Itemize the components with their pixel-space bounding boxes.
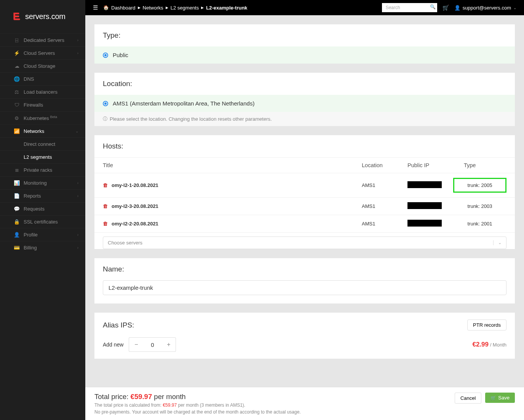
- location-header: Location:: [94, 73, 515, 95]
- col-type: Type: [453, 162, 506, 168]
- alias-panel: Alias IPS: PTR records Add new − 0 + €2.…: [94, 313, 515, 359]
- sidebar-item-cloud-storage[interactable]: ☁Cloud Storage: [0, 59, 85, 72]
- user-menu[interactable]: 👤 support@servers.com ⌄: [454, 5, 516, 11]
- sidebar-item-profile[interactable]: 👤Profile›: [0, 228, 85, 241]
- table-row: 🗑omy-l2-1-20.08.2021AMS1trunk: 2005: [94, 173, 515, 198]
- sidebar-subitem-l2-segments[interactable]: L2 segments: [0, 150, 85, 163]
- alias-header: Alias IPS:: [103, 321, 467, 329]
- home-icon[interactable]: 🏠: [103, 5, 109, 10]
- user-email: support@servers.com: [463, 5, 511, 11]
- col-location: Location: [362, 162, 407, 168]
- sidebar-item-label: Billing: [24, 245, 77, 251]
- name-input[interactable]: [103, 280, 506, 295]
- menu-toggle-icon[interactable]: ☰: [93, 4, 98, 11]
- table-row: 🗑omy-l2-2-20.08.2021AMS1trunk: 2001: [94, 215, 515, 233]
- save-button[interactable]: 🛒 Save: [485, 393, 515, 403]
- hosts-table-head: Title Location Public IP Type: [94, 157, 515, 173]
- sidebar-item-networks[interactable]: 📶Networks⌄: [0, 125, 85, 137]
- radio-selected-icon: [103, 53, 108, 58]
- host-type: trunk: 2005: [453, 178, 506, 193]
- billing-note: No pre-payments. Your account will be ch…: [94, 409, 455, 415]
- host-title[interactable]: omy-l2-3-20.08.2021: [112, 203, 158, 209]
- stepper-plus-button[interactable]: +: [161, 337, 176, 352]
- host-type: trunk: 2003: [453, 203, 506, 209]
- cart-icon[interactable]: 🛒: [443, 5, 449, 11]
- sidebar: servers.com ⌸Dedicated Servers›⚡Cloud Se…: [0, 0, 85, 420]
- sidebar-item-label: Firewalls: [24, 102, 78, 108]
- location-option-label: AMS1 (Amsterdam Metropolitan Area, The N…: [113, 100, 254, 107]
- search-input[interactable]: [382, 3, 437, 12]
- breadcrumb-item[interactable]: Networks: [143, 5, 163, 11]
- chevron-right-icon: ›: [77, 51, 78, 55]
- sidebar-item-reports[interactable]: 📄Reports›: [0, 189, 85, 202]
- total-price: Total price: €59.97 per month: [94, 393, 455, 401]
- list-icon: ≣: [14, 167, 20, 173]
- type-header: Type:: [94, 24, 515, 46]
- breadcrumb-item[interactable]: L2 segments: [171, 5, 199, 11]
- cancel-button[interactable]: Cancel: [455, 393, 481, 404]
- sidebar-item-kubernetes[interactable]: ⚙KubernetesBeta: [0, 111, 85, 125]
- sidebar-item-dedicated-servers[interactable]: ⌸Dedicated Servers›: [0, 34, 85, 46]
- chevron-right-icon: ›: [77, 38, 78, 42]
- host-title[interactable]: omy-l2-1-20.08.2021: [112, 182, 158, 188]
- bolt-icon: ⚡: [14, 50, 20, 56]
- file-icon: 📄: [14, 193, 20, 199]
- sidebar-subitem-direct-connect[interactable]: Direct connect: [0, 137, 85, 150]
- host-location: AMS1: [362, 221, 407, 227]
- sidebar-item-firewalls[interactable]: 🛡Firewalls: [0, 98, 85, 111]
- redacted-ip: [407, 202, 442, 209]
- stepper-minus-button[interactable]: −: [129, 337, 143, 352]
- location-option-ams1[interactable]: AMS1 (Amsterdam Metropolitan Area, The N…: [94, 95, 515, 112]
- sidebar-item-requests[interactable]: 💬Requests: [0, 202, 85, 215]
- sidebar-item-ssl-certificates[interactable]: 🔒SSL certificates: [0, 215, 85, 228]
- cloud-icon: ☁: [14, 63, 20, 69]
- sidebar-item-label: Monitoring: [24, 180, 77, 186]
- sidebar-item-label: Requests: [24, 206, 78, 212]
- sidebar-item-label: Profile: [24, 232, 77, 238]
- sidebar-item-billing[interactable]: 💳Billing›: [0, 241, 85, 254]
- content: Type: Public Location: AMS1 (Amsterdam M…: [85, 15, 524, 387]
- host-type: trunk: 2001: [453, 221, 506, 227]
- breadcrumb-item[interactable]: Dashboard: [111, 5, 136, 11]
- sidebar-item-label: Load balancers: [24, 89, 78, 95]
- breadcrumb-separator-icon: ▶: [138, 6, 141, 10]
- sidebar-item-dns[interactable]: 🌐DNS: [0, 72, 85, 85]
- choose-servers-placeholder: Choose servers: [108, 240, 142, 246]
- host-title[interactable]: omy-l2-2-20.08.2021: [112, 221, 158, 227]
- ptr-records-button[interactable]: PTR records: [467, 319, 506, 331]
- brand-name: servers.com: [25, 12, 66, 21]
- hosts-header: Hosts:: [94, 135, 515, 157]
- save-label: Save: [498, 395, 510, 401]
- trash-icon[interactable]: 🗑: [103, 203, 108, 209]
- type-option-public[interactable]: Public: [94, 46, 515, 64]
- type-panel: Type: Public: [94, 24, 515, 64]
- cog-icon: ⚙: [14, 115, 20, 121]
- breadcrumb-item: L2-example-trunk: [206, 5, 247, 11]
- user-icon: 👤: [14, 232, 20, 238]
- trash-icon[interactable]: 🗑: [103, 221, 108, 227]
- host-location: AMS1: [362, 182, 407, 188]
- host-public-ip: [407, 202, 453, 210]
- topbar: ☰ 🏠Dashboard▶Networks▶L2 segments▶L2-exa…: [85, 0, 524, 15]
- sidebar-item-label: Reports: [24, 193, 77, 199]
- sidebar-item-private-racks[interactable]: ≣Private racks: [0, 163, 85, 176]
- table-row: 🗑omy-l2-3-20.08.2021AMS1trunk: 2003: [94, 198, 515, 215]
- location-info: ⓘ Please select the location. Changing t…: [94, 112, 515, 126]
- sidebar-item-label: SSL certificates: [24, 219, 78, 225]
- choose-servers-select[interactable]: Choose servers ⌄: [103, 236, 506, 249]
- breadcrumb-separator-icon: ▶: [201, 6, 204, 10]
- sidebar-item-monitoring[interactable]: 📊Monitoring›: [0, 176, 85, 189]
- info-icon: ⓘ: [103, 116, 107, 122]
- total-breakdown: The total price is calculated from: €59.…: [94, 402, 455, 408]
- sidebar-item-load-balancers[interactable]: ⚖Load balancers: [0, 85, 85, 98]
- sidebar-item-label: Networks: [24, 128, 75, 134]
- search-icon[interactable]: 🔍: [430, 4, 436, 10]
- alias-price: €2.99 / Month: [472, 341, 506, 348]
- col-title: Title: [103, 162, 362, 168]
- trash-icon[interactable]: 🗑: [103, 182, 108, 188]
- alias-quantity-stepper: − 0 +: [129, 337, 176, 352]
- sidebar-item-label: Dedicated Servers: [24, 37, 77, 43]
- logo[interactable]: servers.com: [0, 0, 85, 34]
- sidebar-item-cloud-servers[interactable]: ⚡Cloud Servers›: [0, 46, 85, 59]
- breadcrumb-separator-icon: ▶: [166, 6, 168, 10]
